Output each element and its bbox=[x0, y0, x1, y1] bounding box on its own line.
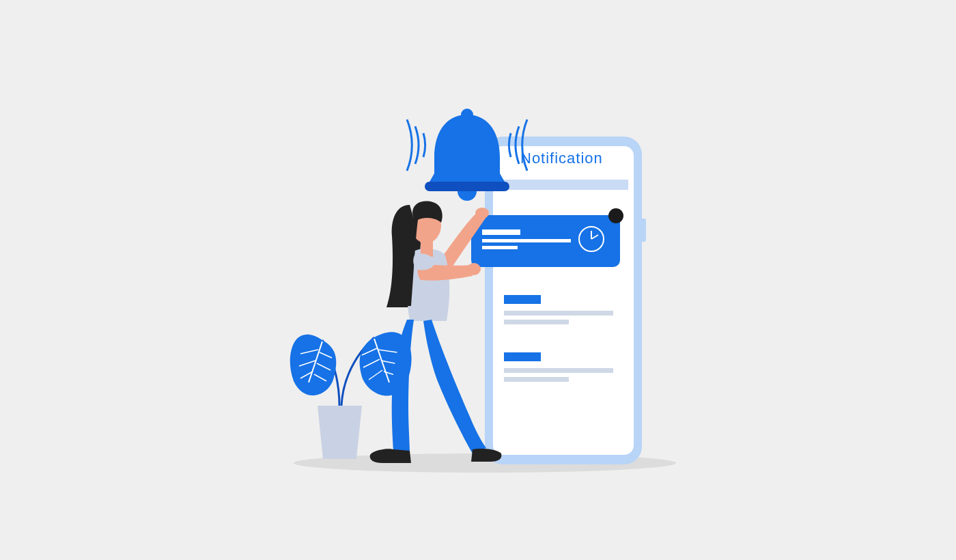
svg-rect-3 bbox=[504, 311, 613, 316]
bell-icon bbox=[407, 109, 527, 201]
svg-rect-11 bbox=[482, 246, 518, 249]
notification-label: Notification bbox=[520, 150, 603, 167]
svg-rect-7 bbox=[504, 377, 569, 382]
svg-rect-2 bbox=[504, 295, 541, 304]
header-bar bbox=[498, 180, 628, 190]
svg-point-31 bbox=[475, 208, 489, 219]
notification-illustration: Notification bbox=[0, 0, 956, 560]
svg-rect-10 bbox=[482, 239, 571, 242]
svg-rect-16 bbox=[425, 182, 509, 191]
notification-card bbox=[471, 208, 623, 267]
svg-point-15 bbox=[461, 109, 473, 121]
svg-rect-9 bbox=[482, 229, 520, 235]
svg-point-34 bbox=[467, 263, 481, 275]
svg-rect-6 bbox=[504, 368, 613, 373]
svg-rect-5 bbox=[504, 352, 541, 361]
notification-badge bbox=[608, 208, 623, 223]
svg-rect-1 bbox=[641, 219, 646, 242]
illustration-svg bbox=[0, 0, 956, 560]
svg-rect-4 bbox=[504, 320, 569, 324]
